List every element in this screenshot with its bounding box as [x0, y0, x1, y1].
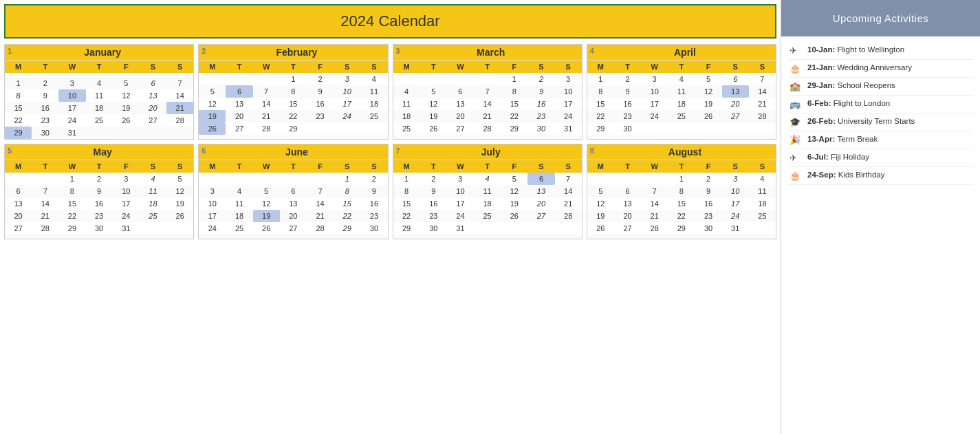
weekday-header: F — [307, 160, 334, 173]
weekday-header: T — [420, 61, 447, 74]
calendar-day: 29 — [393, 222, 420, 235]
calendar-day — [226, 135, 252, 139]
calendar-day: 12 — [253, 197, 280, 210]
weekday-header: S — [555, 61, 582, 74]
calendar-day: 5 — [420, 85, 447, 98]
calendar-day: 8 — [393, 185, 420, 197]
month-name: January — [14, 47, 190, 58]
weekday-header: W — [447, 61, 474, 74]
calendar-day: 14 — [555, 185, 582, 197]
calendar-day: 15 — [501, 98, 527, 110]
calendar-day: 27 — [140, 114, 166, 127]
calendar-day: 15 — [334, 197, 360, 210]
calendar-table: MTWTFSS123456789101112131415161718192021… — [5, 160, 193, 239]
calendar-day: 16 — [420, 197, 447, 210]
month-number: 3 — [396, 47, 400, 55]
calendar-day: 26 — [420, 122, 447, 135]
weekday-header: W — [58, 61, 85, 74]
calendar-day: 3 — [113, 173, 140, 185]
calendar-day: 5 — [587, 185, 614, 197]
calendar-day — [695, 135, 721, 139]
month-block-february: 2FebruaryMTWTFSS123456789101112131415161… — [198, 44, 388, 140]
calendar-day — [166, 127, 193, 139]
calendar-day — [614, 135, 641, 139]
calendar-day — [140, 127, 166, 139]
calendar-day: 22 — [58, 210, 85, 222]
calendar-day: 1 — [393, 173, 420, 185]
calendar-day: 7 — [307, 185, 334, 197]
calendar-day: 23 — [307, 110, 334, 122]
month-name: June — [208, 147, 384, 158]
month-block-april: 4AprilMTWTFSS123456789101112131415161718… — [587, 44, 776, 140]
calendar-day: 4 — [474, 173, 501, 185]
calendar-day — [501, 235, 527, 239]
calendar-day — [140, 222, 166, 235]
calendar-day: 2 — [420, 173, 447, 185]
weekday-header: F — [113, 61, 140, 74]
calendar-day: 13 — [527, 185, 554, 197]
calendar-day: 19 — [695, 98, 721, 110]
calendar-day: 10 — [641, 85, 668, 98]
calendar-day — [722, 122, 749, 135]
calendar-day: 19 — [420, 110, 447, 122]
weekday-header: W — [641, 160, 668, 173]
weekday-header: S — [166, 61, 193, 74]
calendar-day: 3 — [555, 73, 582, 85]
calendar-day: 21 — [32, 210, 58, 222]
activity-text: 21-Jan: Wedding Anniversary — [807, 63, 912, 72]
calendar-day: 29 — [280, 122, 307, 135]
calendar-day: 11 — [360, 85, 387, 98]
calendar-day — [166, 235, 193, 239]
calendar-day: 7 — [474, 85, 501, 98]
calendar-day: 23 — [614, 110, 641, 122]
calendar-day: 10 — [722, 185, 749, 197]
calendar-day — [226, 235, 252, 239]
calendar-day: 19 — [199, 110, 226, 122]
calendar-day: 21 — [474, 110, 501, 122]
weekday-header: T — [32, 61, 58, 74]
month-header: 8August — [587, 144, 776, 160]
calendar-day — [86, 127, 113, 139]
calendar-day: 26 — [587, 222, 614, 235]
weekday-header: W — [641, 61, 668, 74]
calendar-day: 21 — [253, 110, 280, 122]
calendar-day: 11 — [668, 85, 695, 98]
calendar-day: 13 — [614, 197, 641, 210]
weekday-header: S — [334, 61, 360, 74]
calendar-day — [253, 73, 280, 85]
calendar-day — [32, 235, 58, 239]
calendar-day: 17 — [113, 197, 140, 210]
calendar-table: MTWTFSS123456789101112131415161718192021… — [587, 60, 776, 139]
calendar-day: 30 — [420, 222, 447, 235]
activity-icon: 🎉 — [790, 135, 802, 145]
calendar-day: 6 — [722, 73, 749, 85]
calendar-day: 29 — [58, 222, 85, 235]
calendar-day: 3 — [334, 73, 360, 85]
activity-item: ✈10-Jan: Flight to Wellington — [788, 42, 973, 60]
month-header: 3March — [393, 45, 582, 60]
calendar-day: 27 — [614, 222, 641, 235]
calendar-title: 2024 Calendar — [4, 4, 776, 39]
weekday-header: F — [307, 61, 334, 74]
calendar-day — [695, 235, 721, 239]
calendar-day: 28 — [641, 222, 668, 235]
calendar-day: 15 — [58, 197, 85, 210]
calendar-day: 5 — [113, 77, 140, 89]
calendar-day — [474, 135, 501, 139]
calendar-day: 26 — [113, 114, 140, 127]
calendar-day — [307, 122, 334, 135]
calendar-day: 10 — [447, 185, 474, 197]
activity-item: 🏫29-Jan: School Reopens — [788, 78, 973, 96]
calendar-table: MTWTFSS123456789101112131415161718192021… — [5, 60, 193, 139]
weekday-header: S — [360, 61, 387, 74]
calendar-day: 2 — [86, 173, 113, 185]
calendar-day: 19 — [113, 102, 140, 114]
weekday-header: T — [226, 61, 252, 74]
calendar-day: 13 — [226, 98, 252, 110]
calendar-day: 18 — [668, 98, 695, 110]
calendar-day — [5, 235, 32, 239]
calendar-day: 6 — [614, 185, 641, 197]
calendar-day: 29 — [5, 127, 32, 139]
weekday-header: W — [253, 61, 280, 74]
activity-text: 10-Jan: Flight to Wellington — [807, 45, 904, 54]
